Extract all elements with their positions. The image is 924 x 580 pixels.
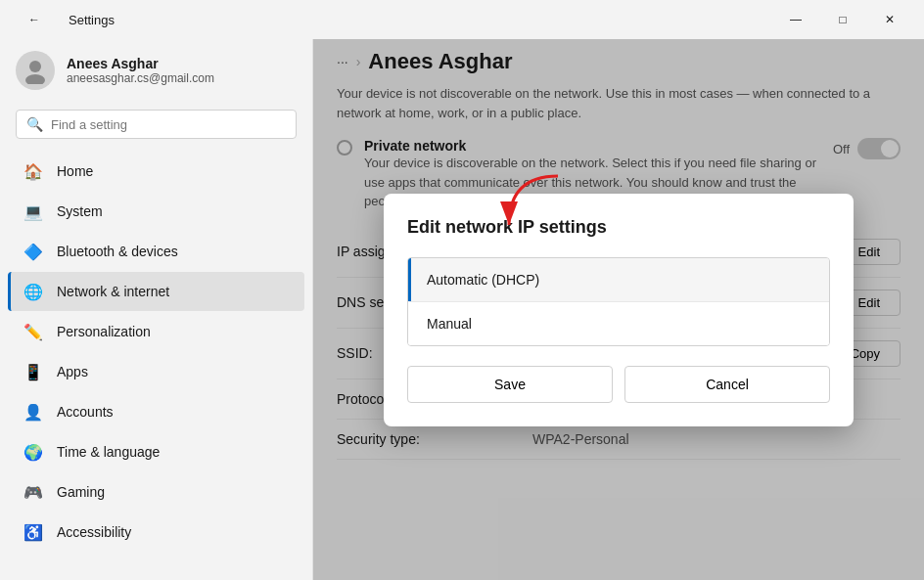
- dialog-buttons: Save Cancel: [407, 366, 830, 403]
- search-box[interactable]: 🔍: [16, 110, 297, 139]
- search-input[interactable]: [51, 117, 286, 132]
- edit-ip-dialog: Edit network IP settings Automatic (DHCP…: [384, 194, 854, 426]
- svg-point-1: [25, 74, 45, 84]
- system-icon: 💻: [23, 201, 43, 221]
- title-bar: ← Settings — □ ✕: [0, 0, 924, 39]
- avatar: [16, 51, 55, 90]
- user-email: aneesasghar.cs@gmail.com: [67, 71, 214, 85]
- sidebar-item-gaming[interactable]: 🎮 Gaming: [8, 472, 304, 512]
- gaming-icon: 🎮: [23, 482, 43, 502]
- dialog-overlay[interactable]: Edit network IP settings Automatic (DHCP…: [313, 39, 924, 580]
- back-button[interactable]: ←: [12, 4, 57, 35]
- cancel-button[interactable]: Cancel: [624, 366, 830, 403]
- bluetooth-icon: 🔷: [23, 242, 43, 261]
- user-name: Anees Asghar: [67, 56, 214, 71]
- sidebar-item-label: Personalization: [57, 324, 151, 339]
- sidebar-item-time[interactable]: 🌍 Time & language: [8, 432, 304, 471]
- time-icon: 🌍: [23, 442, 43, 462]
- app-layout: Anees Asghar aneesasghar.cs@gmail.com 🔍 …: [0, 39, 924, 580]
- network-icon: 🌐: [23, 282, 43, 301]
- app-title: Settings: [69, 13, 115, 27]
- sidebar-item-system[interactable]: 💻 System: [8, 192, 304, 231]
- minimize-button[interactable]: —: [773, 4, 818, 35]
- dialog-option[interactable]: Automatic (DHCP): [408, 258, 829, 301]
- window-controls: — □ ✕: [773, 4, 912, 35]
- dialog-option[interactable]: Manual: [408, 301, 829, 345]
- sidebar-item-label: Network & internet: [57, 284, 169, 299]
- dialog-title: Edit network IP settings: [407, 217, 830, 238]
- sidebar-item-label: Bluetooth & devices: [57, 244, 178, 259]
- sidebar-item-label: Accessibility: [57, 524, 131, 540]
- home-icon: 🏠: [23, 161, 43, 181]
- sidebar-item-label: Accounts: [57, 404, 114, 420]
- sidebar-item-label: System: [57, 203, 103, 219]
- accessibility-icon: ♿: [23, 522, 43, 542]
- search-icon: 🔍: [26, 116, 43, 132]
- sidebar-item-bluetooth[interactable]: 🔷 Bluetooth & devices: [8, 232, 304, 271]
- sidebar-item-label: Time & language: [57, 444, 160, 460]
- sidebar-item-label: Apps: [57, 364, 88, 379]
- save-button[interactable]: Save: [407, 366, 613, 403]
- sidebar-item-apps[interactable]: 📱 Apps: [8, 352, 304, 391]
- main-content: ··· › Anees Asghar Your device is not di…: [313, 39, 924, 580]
- sidebar-item-accessibility[interactable]: ♿ Accessibility: [8, 513, 304, 552]
- svg-point-0: [29, 61, 41, 72]
- dialog-options: Automatic (DHCP)Manual: [407, 257, 830, 346]
- user-info: Anees Asghar aneesasghar.cs@gmail.com: [67, 56, 214, 85]
- user-section[interactable]: Anees Asghar aneesasghar.cs@gmail.com: [0, 39, 312, 102]
- sidebar-item-personalization[interactable]: ✏️ Personalization: [8, 312, 304, 351]
- close-button[interactable]: ✕: [867, 4, 912, 35]
- maximize-button[interactable]: □: [820, 4, 865, 35]
- sidebar-item-accounts[interactable]: 👤 Accounts: [8, 392, 304, 431]
- sidebar-item-label: Home: [57, 163, 93, 179]
- apps-icon: 📱: [23, 362, 43, 381]
- sidebar-item-network[interactable]: 🌐 Network & internet: [8, 272, 304, 311]
- nav-list: 🏠 Home 💻 System 🔷 Bluetooth & devices 🌐 …: [0, 147, 312, 580]
- sidebar-item-home[interactable]: 🏠 Home: [8, 152, 304, 191]
- title-bar-left: ← Settings: [12, 4, 115, 35]
- sidebar: Anees Asghar aneesasghar.cs@gmail.com 🔍 …: [0, 39, 313, 580]
- sidebar-item-label: Gaming: [57, 484, 105, 500]
- personalization-icon: ✏️: [23, 322, 43, 341]
- accounts-icon: 👤: [23, 402, 43, 422]
